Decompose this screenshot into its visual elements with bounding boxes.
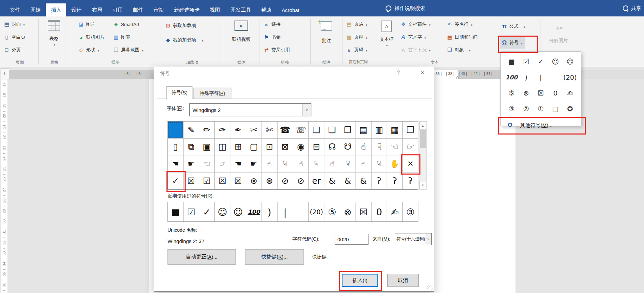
online-pictures-button[interactable]: 联机图片 — [78, 33, 105, 42]
menu-symbol-cell[interactable]: 0 — [548, 85, 563, 101]
font-combobox[interactable]: Wingdings 2 ˅ — [189, 103, 311, 116]
ribbon-tab-1[interactable]: 文件 — [5, 3, 25, 16]
symbol-cell[interactable]: ☟ — [372, 155, 387, 173]
symbol-cell[interactable]: ⊗ — [262, 173, 278, 190]
link-button[interactable]: 链接 — [263, 20, 281, 29]
ribbon-tab-2[interactable]: 开始 — [25, 3, 46, 16]
symbol-cell[interactable]: ✑ — [215, 122, 230, 139]
tab-special-characters[interactable]: 特殊字符(P) — [193, 88, 231, 99]
signature-line-button[interactable]: 签名行 — [446, 20, 472, 29]
symbol-cell[interactable] — [168, 122, 184, 139]
menu-symbol-cell[interactable]: ☺ — [548, 54, 563, 69]
symbol-cell[interactable]: ☒ — [184, 173, 199, 190]
recent-symbol-cell[interactable]: ☑ — [184, 202, 199, 221]
symbol-cell[interactable]: ⊘ — [278, 173, 293, 190]
symbol-cell[interactable]: ✎ — [184, 122, 199, 139]
menu-symbol-cell[interactable]: ⑤ — [504, 85, 519, 101]
menu-symbol-cell[interactable]: ☑ — [519, 54, 534, 69]
symbol-cell[interactable]: ☒ — [215, 173, 230, 190]
symbol-cell[interactable]: ▢ — [246, 139, 262, 156]
symbol-cell[interactable]: er — [309, 173, 324, 190]
online-video-button[interactable]: 联机视频 — [225, 21, 258, 42]
recent-symbol-cell[interactable]: ③ — [403, 202, 418, 221]
symbol-cell[interactable]: ☞ — [403, 139, 418, 156]
ribbon-tab-12[interactable]: 帮助 — [256, 3, 277, 16]
cover-page-button[interactable]: 封面 — [3, 20, 25, 29]
tell-me-search[interactable]: 操作说明搜索 — [386, 0, 425, 16]
symbol-cell[interactable]: ▣ — [199, 139, 215, 156]
symbol-cell[interactable]: ☝ — [356, 155, 372, 173]
symbol-cell[interactable]: ⊗ — [246, 173, 262, 190]
symbol-cell[interactable]: ▦ — [387, 122, 403, 139]
symbol-cell[interactable]: ☟ — [372, 139, 387, 156]
symbol-cell[interactable]: ☋ — [340, 139, 356, 156]
quick-parts-button[interactable]: 文档部件 — [400, 20, 431, 29]
bookmark-button[interactable]: 书签 — [263, 33, 281, 42]
shapes-button[interactable]: 形状 — [78, 46, 99, 54]
menu-symbol-cell[interactable]: | — [534, 69, 548, 85]
symbol-cell[interactable]: ʔ — [387, 173, 403, 190]
date-time-button[interactable]: 日期和时间 — [446, 33, 478, 42]
recent-symbol-cell[interactable]: ■ — [168, 202, 184, 221]
menu-symbol-cell[interactable]: ② — [519, 101, 534, 117]
close-icon[interactable]: ✕ — [417, 70, 428, 77]
chevron-down-icon[interactable]: ˅ — [425, 233, 431, 245]
symbol-cell[interactable]: ☟ — [278, 155, 293, 173]
from-combobox[interactable]: 符号(十六进制) ˅ — [395, 233, 432, 245]
symbol-cell[interactable]: ☞ — [215, 155, 230, 173]
chevron-down-icon[interactable]: ˅ — [302, 104, 311, 116]
symbol-cell[interactable]: ⧉ — [184, 139, 199, 156]
recent-symbol-cell[interactable] — [293, 202, 309, 221]
symbol-grid[interactable]: ✎✏✑✒✂✄☎☏❏❑❐▤▥▦❒▯⧉▣◫⊞▢⊡⊠◉⊟☊☋☝☟☜☞☚☛☜☞☚☛☝☟☝… — [167, 121, 418, 190]
symbol-cell[interactable]: ☛ — [246, 155, 262, 173]
symbol-cell[interactable]: ☜ — [387, 139, 403, 156]
symbol-cell[interactable]: ⊘ — [293, 173, 309, 190]
menu-symbol-cell[interactable]: ✪ — [563, 101, 577, 117]
symbol-cell[interactable]: ▥ — [372, 122, 387, 139]
recent-symbol-cell[interactable]: ⊗ — [340, 202, 356, 221]
equation-button[interactable]: 公式 — [501, 22, 525, 31]
symbol-cell[interactable]: ☟ — [340, 155, 356, 173]
symbol-cell[interactable]: ▤ — [356, 122, 372, 139]
symbol-cell[interactable]: ☚ — [230, 155, 246, 173]
symbol-cell[interactable]: ☜ — [199, 155, 215, 173]
symbol-cell[interactable]: ☚ — [168, 155, 184, 173]
symbol-cell[interactable]: ✏ — [199, 122, 215, 139]
ribbon-tab-11[interactable]: 开发工具 — [225, 3, 256, 16]
character-code-input[interactable]: 0020 — [335, 234, 368, 245]
symbol-cell[interactable]: & — [340, 173, 356, 190]
more-symbols-item[interactable]: Ω 其他符号(M)... — [501, 119, 580, 132]
wordart-button[interactable]: 艺术字 — [400, 33, 426, 42]
scrollbar-thumb[interactable] — [420, 130, 426, 148]
share-button[interactable]: 共享 — [623, 0, 641, 16]
ribbon-tab-5[interactable]: 布局 — [87, 3, 107, 16]
symbol-cell[interactable]: & — [324, 173, 340, 190]
resize-grip[interactable] — [427, 285, 433, 290]
scroll-up-icon[interactable]: ▲ — [419, 122, 426, 130]
recent-symbol-cell[interactable]: ✓ — [199, 202, 215, 221]
recent-symbol-cell[interactable]: ☒ — [356, 202, 372, 221]
menu-symbol-cell[interactable]: (20) — [563, 69, 577, 85]
ribbon-tab-9[interactable]: 新建选项卡 — [169, 3, 205, 16]
symbol-cell[interactable]: ❒ — [403, 122, 418, 139]
recent-symbol-cell[interactable]: ✍ — [387, 202, 403, 221]
recent-symbol-cell[interactable]: 100 — [246, 202, 262, 221]
symbol-cell[interactable]: ✓ — [168, 173, 184, 190]
symbol-cell[interactable]: ✄ — [262, 122, 278, 139]
symbol-grid-scrollbar[interactable]: ▲ ▼ — [419, 121, 427, 190]
symbol-button[interactable]: 符号 — [500, 37, 525, 49]
symbol-cell[interactable]: ʔ — [403, 173, 418, 190]
symbol-cell[interactable]: ☒ — [230, 173, 246, 190]
menu-symbol-cell[interactable]: ✓ — [534, 54, 548, 69]
header-button[interactable]: 页眉 — [346, 20, 367, 29]
symbol-cell[interactable]: ⊞ — [230, 139, 246, 156]
chart-button[interactable]: 图表 — [113, 33, 130, 42]
menu-symbol-cell[interactable]: ✍ — [563, 85, 577, 101]
symbol-cell[interactable]: ☝ — [293, 155, 309, 173]
autocorrect-button[interactable]: 自动更正(A)... — [167, 249, 236, 265]
object-button[interactable]: 对象 — [446, 46, 471, 54]
symbol-cell[interactable]: ✒ — [230, 122, 246, 139]
symbol-cell[interactable]: ◉ — [293, 139, 309, 156]
menu-symbol-cell[interactable]: ⊗ — [519, 85, 534, 101]
smartart-button[interactable]: SmartArt — [113, 20, 139, 29]
